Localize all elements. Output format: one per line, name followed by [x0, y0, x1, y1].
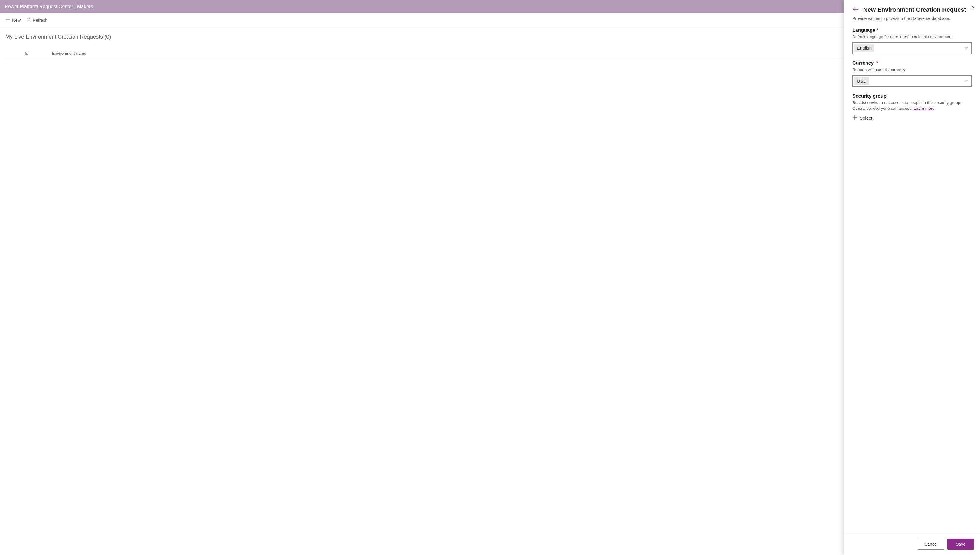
security-group-label: Security group — [852, 93, 972, 99]
security-group-select-label: Select — [860, 115, 872, 120]
learn-more-link[interactable]: Learn more — [914, 106, 935, 111]
refresh-button-label: Refresh — [33, 18, 48, 22]
language-desc: Default language for user interfaces in … — [852, 34, 972, 40]
panel-title-row: New Environment Creation Request — [852, 6, 972, 14]
currency-label-text: Currency — [852, 61, 874, 66]
side-panel: New Environment Creation Request Provide… — [844, 0, 980, 555]
grid-col-id[interactable]: Id — [25, 51, 52, 56]
currency-desc: Reports will use this currency — [852, 67, 972, 73]
app-title: Power Platform Request Center | Makers — [5, 4, 93, 10]
currency-dropdown[interactable]: USD — [852, 75, 972, 87]
new-button[interactable]: New — [5, 16, 21, 24]
close-icon — [970, 5, 975, 10]
currency-label: Currency * — [852, 61, 972, 66]
grid-header-row: Id Environment name — [5, 49, 975, 58]
required-marker: * — [875, 61, 878, 66]
app-header: Power Platform Request Center | Makers — [0, 0, 980, 13]
grid-col-env[interactable]: Environment name — [52, 51, 975, 56]
close-button[interactable] — [968, 2, 978, 12]
command-bar: New Refresh — [0, 13, 980, 27]
security-group-desc: Restrict environment access to people in… — [852, 100, 972, 112]
chevron-down-icon — [964, 45, 968, 50]
refresh-icon — [26, 17, 31, 23]
field-currency: Currency * Reports will use this currenc… — [852, 61, 972, 87]
cancel-button[interactable]: Cancel — [918, 539, 944, 550]
plus-icon — [852, 115, 857, 121]
save-button[interactable]: Save — [947, 539, 974, 550]
language-label-text: Language — [852, 27, 876, 33]
required-marker: * — [877, 27, 878, 33]
panel-title: New Environment Creation Request — [863, 6, 966, 13]
panel-body: New Environment Creation Request Provide… — [844, 0, 980, 533]
plus-icon — [5, 17, 10, 23]
language-label: Language* — [852, 27, 972, 33]
new-button-label: New — [12, 18, 21, 22]
main-content: My Live Environment Creation Requests (0… — [0, 27, 980, 65]
grid-col-select — [5, 51, 25, 56]
panel-subtitle: Provide values to provision the Datavers… — [852, 16, 972, 21]
refresh-button[interactable]: Refresh — [26, 16, 48, 24]
list-title: My Live Environment Creation Requests (0… — [5, 34, 975, 40]
language-value: English — [855, 45, 874, 52]
currency-value: USD — [855, 77, 869, 85]
language-dropdown[interactable]: English — [852, 42, 972, 54]
field-language: Language* Default language for user inte… — [852, 27, 972, 54]
chevron-down-icon — [964, 78, 968, 83]
arrow-left-icon — [852, 6, 859, 14]
panel-footer: Cancel Save — [844, 533, 980, 555]
security-group-desc-text: Restrict environment access to people in… — [852, 100, 961, 111]
field-security-group: Security group Restrict environment acce… — [852, 93, 972, 122]
back-button[interactable] — [852, 6, 859, 14]
security-group-select-button[interactable]: Select — [852, 114, 872, 122]
